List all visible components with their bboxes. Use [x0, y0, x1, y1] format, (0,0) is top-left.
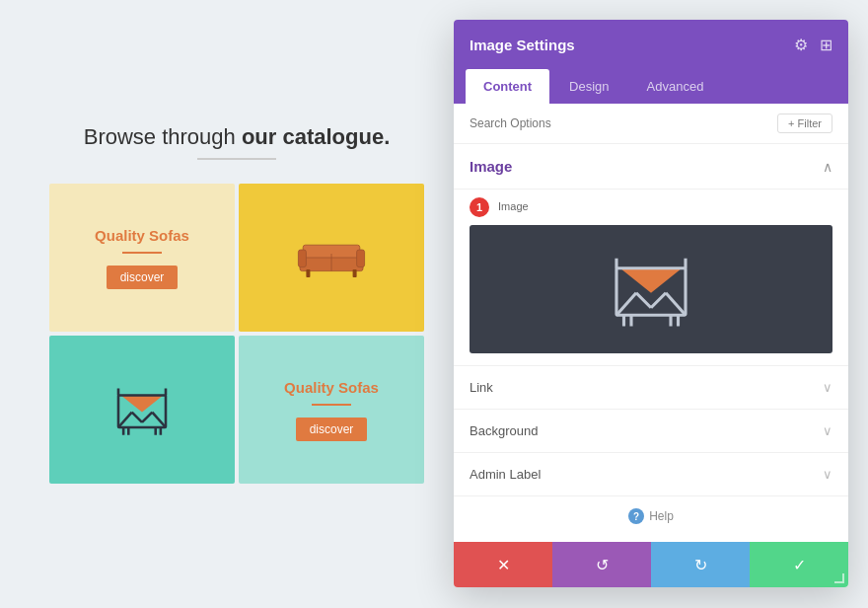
link-section-chevron: ∨: [823, 380, 832, 395]
cell-title-tl: Quality Sofas: [95, 227, 189, 244]
admin-label-section[interactable]: Admin Label ∨: [454, 452, 848, 495]
panel-header: Image Settings ⚙ ⊞: [454, 20, 848, 69]
svg-line-22: [636, 293, 651, 308]
settings-panel: Image Settings ⚙ ⊞ Content Design Advanc…: [454, 20, 848, 587]
discover-button-tl[interactable]: discover: [107, 266, 179, 289]
panel-footer: ✕ ↺ ↻ ✓: [454, 542, 848, 587]
tab-design[interactable]: Design: [551, 69, 626, 104]
help-icon: ?: [628, 508, 644, 524]
filter-button[interactable]: + Filter: [777, 114, 832, 133]
settings-icon[interactable]: ⚙: [794, 36, 808, 54]
redo-button[interactable]: ↻: [651, 542, 750, 587]
help-text[interactable]: ? Help: [470, 508, 832, 524]
cell-underline-br: [312, 404, 351, 406]
admin-label-section-chevron: ∨: [823, 467, 832, 482]
page-content: Browse through our catalogue. Quality So…: [30, 105, 444, 503]
search-input[interactable]: [470, 116, 777, 130]
svg-marker-7: [121, 395, 164, 412]
save-button[interactable]: ✓: [750, 542, 848, 587]
panel-body: + Filter Image ∧ 1 Image: [454, 104, 848, 542]
svg-rect-4: [306, 269, 310, 277]
m-logo-icon: [108, 380, 177, 439]
svg-line-12: [142, 413, 152, 422]
background-section-title: Background: [470, 423, 538, 438]
svg-line-23: [666, 293, 686, 316]
panel-tabs: Content Design Advanced: [454, 69, 848, 104]
svg-rect-5: [353, 269, 357, 277]
image-section-title: Image: [470, 158, 512, 175]
cell-title-br: Quality Sofas: [284, 379, 379, 396]
svg-line-10: [132, 413, 142, 422]
image-section-chevron: ∧: [823, 159, 832, 175]
admin-label-section-title: Admin Label: [470, 467, 541, 482]
help-section: ? Help: [454, 495, 848, 536]
layout-icon[interactable]: ⊞: [820, 36, 832, 54]
background-section-chevron: ∨: [823, 423, 832, 438]
svg-line-11: [152, 413, 166, 427]
panel-title: Image Settings: [470, 37, 575, 53]
svg-rect-2: [298, 250, 306, 267]
svg-marker-19: [620, 268, 683, 293]
svg-line-24: [651, 293, 666, 308]
background-section[interactable]: Background ∨: [454, 409, 848, 452]
svg-line-21: [616, 293, 636, 316]
product-grid: Quality Sofas discover: [49, 184, 424, 484]
field-badge: 1: [470, 197, 489, 217]
sofa-icon: [292, 233, 371, 282]
title-underline: [197, 158, 276, 160]
undo-button[interactable]: ↺: [552, 542, 651, 587]
image-preview[interactable]: [470, 225, 832, 353]
discover-button-br[interactable]: discover: [296, 418, 368, 441]
tab-advanced[interactable]: Advanced: [629, 69, 722, 104]
grid-cell-bottom-left: [49, 336, 235, 484]
search-bar: + Filter: [454, 104, 848, 144]
image-section-header[interactable]: Image ∧: [454, 144, 848, 190]
tab-content[interactable]: Content: [466, 69, 549, 104]
page-title: Browse through our catalogue.: [49, 124, 424, 150]
cell-underline-tl: [122, 252, 162, 254]
cancel-button[interactable]: ✕: [454, 542, 552, 587]
image-field-label: 1 Image: [454, 190, 848, 221]
svg-line-9: [118, 413, 132, 427]
grid-cell-top-right: [239, 184, 424, 332]
link-section-title: Link: [470, 380, 493, 395]
link-section[interactable]: Link ∨: [454, 365, 848, 409]
panel-header-icons: ⚙ ⊞: [794, 36, 832, 54]
page-title-section: Browse through our catalogue.: [49, 124, 424, 160]
grid-cell-top-left: Quality Sofas discover: [49, 184, 235, 332]
svg-rect-3: [357, 250, 365, 267]
preview-image-icon: [602, 245, 700, 334]
grid-cell-bottom-right: Quality Sofas discover: [239, 336, 424, 484]
